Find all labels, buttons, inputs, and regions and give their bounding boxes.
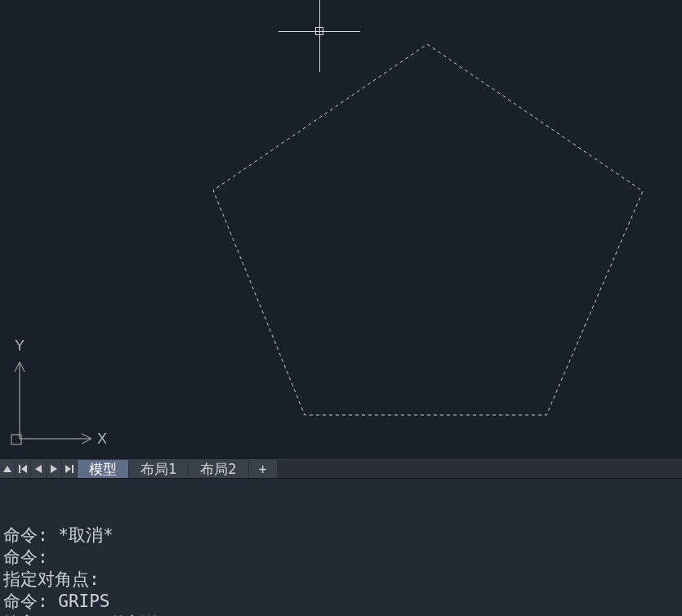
svg-rect-5 bbox=[19, 465, 20, 473]
tab-menu-button[interactable] bbox=[0, 460, 16, 478]
svg-marker-0 bbox=[213, 44, 643, 415]
command-line: 命令: *取消* bbox=[3, 524, 679, 547]
drawing-canvas[interactable]: Y X bbox=[0, 0, 682, 459]
command-line: 指定对角点: bbox=[3, 569, 679, 591]
tab-first-button[interactable] bbox=[16, 460, 31, 478]
command-line: 输入 GRIPS 的新值 <0>: bbox=[3, 613, 679, 616]
tab-2[interactable]: 布局2 bbox=[189, 460, 248, 478]
ucs-x-label: X bbox=[97, 431, 106, 447]
svg-marker-8 bbox=[51, 465, 57, 473]
svg-marker-9 bbox=[65, 465, 71, 473]
ucs-icon: Y X bbox=[8, 339, 106, 453]
tab-label: 布局1 bbox=[140, 460, 176, 479]
command-window[interactable]: 命令: *取消*命令:指定对角点:命令: GRIPS输入 GRIPS 的新值 <… bbox=[0, 479, 682, 616]
tab-0[interactable]: 模型 bbox=[78, 460, 129, 478]
tab-1[interactable]: 布局1 bbox=[129, 460, 189, 478]
tab-label: 布局2 bbox=[200, 460, 236, 479]
tab-add-label: + bbox=[259, 461, 267, 477]
svg-rect-10 bbox=[72, 465, 74, 473]
command-line: 命令: GRIPS bbox=[3, 591, 679, 613]
svg-marker-4 bbox=[3, 466, 11, 472]
layout-tabstrip: 模型布局1布局2 + bbox=[0, 459, 682, 479]
tab-add-button[interactable]: + bbox=[249, 460, 278, 478]
tab-prev-button[interactable] bbox=[31, 460, 47, 478]
svg-marker-6 bbox=[21, 465, 27, 473]
tab-label: 模型 bbox=[89, 460, 117, 479]
command-line: 命令: bbox=[3, 547, 679, 569]
tab-last-button[interactable] bbox=[62, 460, 78, 478]
tab-next-button[interactable] bbox=[47, 460, 62, 478]
ucs-y-label: Y bbox=[15, 339, 25, 354]
svg-marker-7 bbox=[35, 465, 42, 473]
